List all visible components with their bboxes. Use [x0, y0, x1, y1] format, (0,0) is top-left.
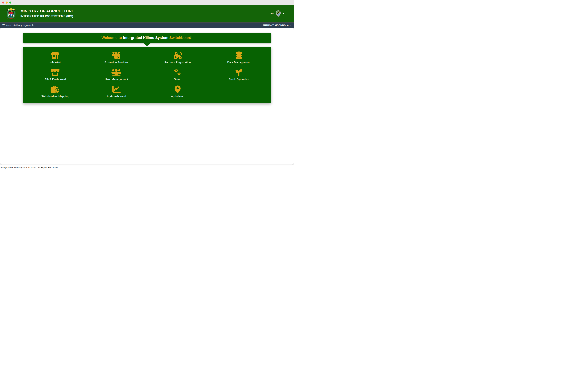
- window-zoom-button[interactable]: [9, 1, 11, 4]
- switchboard-item-stock-dynamics[interactable]: Stock Dynamics: [208, 66, 270, 83]
- users-line-icon: [111, 69, 121, 76]
- switchboard-item-stakeholders-mapping[interactable]: Stakeholders Mapping: [25, 83, 86, 100]
- banner-text-main: Intergrated Kilimo System: [123, 36, 168, 40]
- store-icon: [50, 52, 60, 59]
- switchboard-item-extension-services[interactable]: Extension Services: [86, 49, 147, 66]
- switchboard-item-label: AIMS Dashboard: [45, 78, 66, 81]
- welcome-message: Welcome, Anthony Kigombola: [2, 24, 34, 26]
- database-icon: [235, 52, 243, 59]
- switchboard-item-label: Farmers Registration: [165, 61, 191, 64]
- user-menu[interactable]: ANTHONY KIGOMBOLA: [263, 24, 292, 26]
- switchboard-item-label: Setup: [174, 78, 181, 81]
- app-subtitle: INTEGRATED KILIMO SYSTEMS (IKS): [20, 15, 74, 18]
- user-bar: Welcome, Anthony Kigombola ANTHONY KIGOM…: [0, 23, 294, 28]
- shop-icon: [50, 69, 60, 76]
- banner-pointer: [143, 43, 151, 46]
- tanzania-coat-of-arms-icon: [6, 8, 16, 20]
- switchboard-item-label: Stock Dynamics: [229, 78, 249, 81]
- banner-text-prefix: Welcome to: [102, 36, 122, 40]
- user-menu-label: ANTHONY KIGOMBOLA: [263, 24, 289, 26]
- page-footer: Intergrated Kilimo System. © 2025 - All …: [0, 165, 294, 169]
- main-area: Welcome to Intergrated Kilimo System Swi…: [0, 28, 294, 165]
- welcome-banner-text: Welcome to Intergrated Kilimo System Swi…: [102, 36, 193, 40]
- window-minimize-button[interactable]: [6, 1, 8, 4]
- chart-line-icon: [112, 86, 121, 93]
- switchboard-item-label: Agri-visual: [171, 95, 184, 98]
- gears-icon: [173, 69, 182, 76]
- ministry-logo: [6, 8, 16, 20]
- switchboard-item-label: User Management: [105, 78, 128, 81]
- seedling-icon: [235, 69, 243, 76]
- switchboard-item-aims-dashboard[interactable]: AIMS Dashboard: [25, 66, 86, 83]
- chevron-down-icon: [282, 13, 284, 14]
- switchboard-item-label: Agri-dashboard: [107, 95, 126, 98]
- switchboard-item-label: Extension Services: [104, 61, 128, 64]
- switchboard-grid: e-Market: [25, 49, 270, 100]
- location-pin-icon: [174, 86, 181, 93]
- banner-text-suffix: Switchboard!: [169, 36, 192, 40]
- switchboard-item-agri-dashboard[interactable]: Agri-dashboard: [86, 83, 147, 100]
- content-card: Welcome to Intergrated Kilimo System Swi…: [0, 28, 294, 165]
- switchboard-item-label: Stakeholders Mapping: [41, 95, 69, 98]
- language-label: SW: [270, 12, 274, 15]
- copyright-text: Intergrated Kilimo System. © 2025 - All …: [0, 166, 58, 169]
- tractor-icon: [172, 52, 183, 59]
- switchboard-item-e-market[interactable]: e-Market: [25, 49, 86, 66]
- switchboard-item-data-management[interactable]: Data Management: [208, 49, 270, 66]
- chevron-down-icon: [290, 25, 292, 26]
- briefcase-clock-icon: [50, 86, 60, 93]
- app-title: MINISTRY OF AGRICULTURE: [20, 9, 74, 13]
- welcome-banner: Welcome to Intergrated Kilimo System Swi…: [23, 33, 271, 43]
- users-gear-icon: [111, 52, 122, 59]
- switchboard-panel: e-Market: [23, 47, 271, 103]
- switchboard-item-setup[interactable]: Setup: [147, 66, 208, 83]
- tanzania-flag-pin-icon: [276, 10, 281, 17]
- switchboard-item-user-management[interactable]: User Management: [86, 66, 147, 83]
- switchboard-item-label: Data Management: [227, 61, 250, 64]
- window-titlebar: [0, 0, 294, 5]
- window-close-button[interactable]: [2, 1, 4, 4]
- app-header: MINISTRY OF AGRICULTURE INTEGRATED KILIM…: [0, 5, 294, 23]
- switchboard-item-agri-visual[interactable]: Agri-visual: [147, 83, 208, 100]
- switchboard-item-label: e-Market: [50, 61, 61, 64]
- language-selector[interactable]: SW: [270, 10, 284, 17]
- switchboard-item-farmers-registration[interactable]: Farmers Registration: [147, 49, 208, 66]
